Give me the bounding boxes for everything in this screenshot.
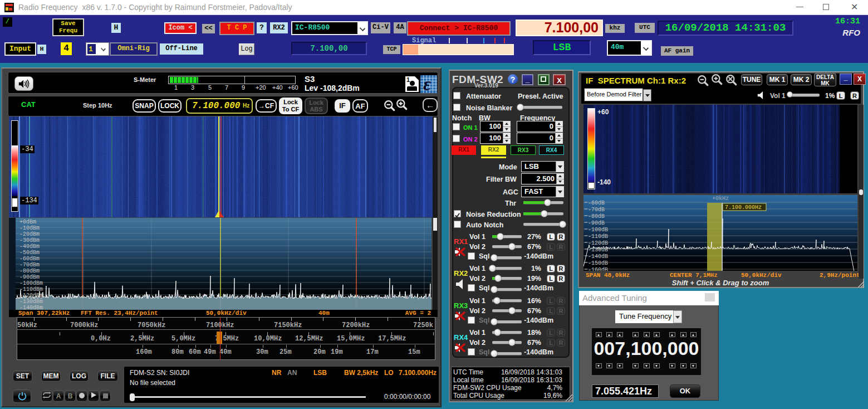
svg-text:-160dB: -160dB xyxy=(588,267,608,271)
svg-text:-130dBm: -130dBm xyxy=(19,299,43,305)
svg-text:-140dBm: -140dBm xyxy=(19,305,43,310)
svg-text:-130dB: -130dB xyxy=(588,247,608,253)
svg-text:-90dB: -90dB xyxy=(588,220,605,226)
svg-text:-120dBm: -120dBm xyxy=(19,293,43,299)
svg-text:ε: ε xyxy=(423,75,431,93)
svg-text:-40dBm: -40dBm xyxy=(19,244,40,250)
svg-text:7.100.000Hz: 7.100.000Hz xyxy=(725,204,762,211)
svg-text:-80dBm: -80dBm xyxy=(19,268,40,274)
svg-text:-20dBm: -20dBm xyxy=(19,231,40,237)
svg-text:-10dBm: -10dBm xyxy=(19,225,40,231)
svg-text:-150dB: -150dB xyxy=(588,260,608,266)
svg-text:-100dBm: -100dBm xyxy=(19,280,43,286)
svg-text:-110dBm: -110dBm xyxy=(19,286,43,293)
svg-text:+0dBm: +0dBm xyxy=(19,219,36,225)
svg-text:-100dB: -100dB xyxy=(588,227,608,233)
svg-text:-70dB: -70dB xyxy=(588,207,605,213)
svg-text:-60dB: -60dB xyxy=(588,200,605,206)
svg-text:-90dBm: -90dBm xyxy=(19,274,40,280)
svg-text:-30dBm: -30dBm xyxy=(19,237,40,244)
svg-text:-110dB: -110dB xyxy=(588,233,608,240)
svg-text:+0kHz: +0kHz xyxy=(712,196,729,202)
svg-text:-80dB: -80dB xyxy=(588,213,605,220)
svg-text:-60dBm: -60dBm xyxy=(19,256,40,262)
svg-text:-120dB: -120dB xyxy=(588,240,608,246)
svg-text:-140dB: -140dB xyxy=(588,254,608,260)
svg-text:-70dBm: -70dBm xyxy=(19,262,40,268)
svg-text:-50dBm: -50dBm xyxy=(19,250,40,256)
